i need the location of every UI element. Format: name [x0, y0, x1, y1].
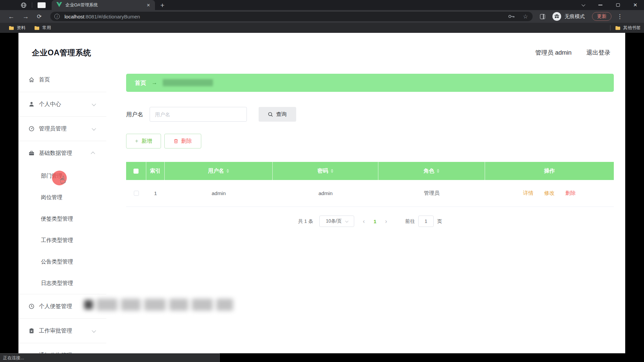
sidebar-item-label: 基础数据管理	[39, 149, 92, 157]
site-info-icon[interactable]: i	[54, 14, 60, 19]
sidebar-subitem-log-type[interactable]: 日志类型管理	[18, 273, 106, 294]
next-page-icon[interactable]: ›	[385, 218, 387, 225]
header-right: 管理员 admin 退出登录	[535, 49, 610, 57]
briefcase-icon	[29, 150, 35, 156]
table-row: 1 admin admin 管理员 详情 修改 删除	[126, 180, 614, 207]
sidebar-item-personal-center[interactable]: 个人中心	[18, 92, 106, 116]
page-size-value: 10条/页	[326, 218, 341, 224]
add-button-label: 新增	[141, 138, 152, 145]
select-all-checkbox[interactable]	[133, 169, 139, 174]
sidebar-subitem-label: 工作类型管理	[41, 237, 73, 244]
goto-page-input[interactable]	[418, 216, 434, 227]
pagination-total: 共 1 条	[298, 218, 313, 225]
sidebar-item-work-approval[interactable]: 工作审批管理	[18, 319, 106, 343]
restore-icon[interactable]	[609, 3, 627, 7]
cell-operations: 详情 修改 删除	[485, 180, 614, 206]
goto-label: 前往	[405, 218, 415, 225]
sidebar-subitem-post[interactable]: 岗位管理	[18, 187, 106, 208]
tab-close-icon[interactable]: ✕	[145, 3, 152, 8]
url-text[interactable]: localhost:8081/#/dictionaryBumen	[64, 14, 508, 19]
sidebar-subitem-label: 日志类型管理	[41, 280, 73, 287]
home-icon	[29, 77, 35, 83]
detail-link[interactable]: 详情	[523, 190, 534, 197]
browser-tab[interactable]: 企业OA管理系统 ✕	[52, 0, 155, 10]
browser-toolbar: ← → ⟳ i localhost:8081/#/dictionaryBumen…	[0, 10, 644, 23]
breadcrumb-current-blurred	[163, 79, 213, 86]
add-button[interactable]: + 新增	[126, 134, 161, 148]
username-search-input[interactable]	[150, 107, 247, 122]
search-section: 用户名 查询	[126, 107, 614, 122]
chevron-down-icon	[92, 126, 96, 130]
sidebar-item-admin-management[interactable]: 管理员管理	[18, 117, 106, 141]
select-all-cell[interactable]	[126, 162, 146, 180]
chevron-down-icon	[92, 328, 96, 333]
folder-icon	[34, 26, 40, 30]
pagination: 共 1 条 10条/页 ‹ 1 › 前往 页	[126, 216, 614, 227]
split-tab-icon[interactable]	[540, 14, 545, 19]
sort-icons[interactable]	[331, 168, 333, 174]
cell-password: admin	[273, 180, 378, 206]
folder-icon	[9, 26, 14, 30]
cell-index: 1	[146, 180, 165, 206]
sort-icons[interactable]	[226, 168, 229, 174]
page-size-select[interactable]: 10条/页	[319, 216, 354, 227]
logout-link[interactable]: 退出登录	[586, 49, 610, 57]
trash-icon	[174, 139, 178, 143]
sidebar-item-label: 首页	[39, 76, 95, 83]
sidebar-subitem-note-type[interactable]: 便签类型管理	[18, 208, 106, 230]
globe-icon[interactable]	[21, 2, 26, 8]
sidebar-subitem-department[interactable]: 部门管理 ☝	[18, 165, 106, 187]
row-checkbox[interactable]	[134, 191, 139, 196]
divider	[32, 2, 32, 8]
search-icon	[268, 112, 273, 117]
forward-icon[interactable]: →	[22, 13, 29, 20]
header-role[interactable]: 角色	[378, 162, 485, 180]
reload-icon[interactable]: ⟳	[37, 14, 42, 19]
user-icon	[29, 101, 35, 107]
clipboard-icon	[29, 328, 35, 334]
sidebar-item-home[interactable]: 首页	[18, 68, 106, 92]
header-label: 用户名	[208, 168, 224, 175]
header-password[interactable]: 密码	[273, 162, 378, 180]
sidebar-item-notice-management[interactable]: 通知公告管理	[18, 343, 106, 353]
header-username[interactable]: 用户名	[165, 162, 273, 180]
update-button[interactable]: 更新	[592, 12, 611, 21]
back-icon[interactable]: ←	[8, 13, 14, 20]
edit-link[interactable]: 修改	[544, 190, 555, 197]
delete-link[interactable]: 删除	[566, 190, 576, 197]
header-operation: 操作	[485, 162, 614, 180]
breadcrumb-home[interactable]: 首页	[135, 79, 146, 87]
header-label: 密码	[318, 168, 328, 175]
delete-button[interactable]: 删除	[164, 134, 201, 148]
url-path: :8081/#/dictionaryBumen	[84, 14, 140, 19]
divider	[610, 25, 610, 31]
sidebar-subitem-work-type[interactable]: 工作类型管理	[18, 230, 106, 251]
browser-menu-icon[interactable]: ⋮	[617, 13, 623, 20]
bookmark-folder-1[interactable]: 资料	[9, 25, 25, 31]
sidebar-subitem-label: 便签类型管理	[41, 216, 73, 223]
minimize-icon[interactable]	[592, 5, 609, 5]
incognito-indicator: 无痕模式	[552, 12, 585, 21]
address-bar[interactable]: i localhost:8081/#/dictionaryBumen ☆	[50, 12, 533, 21]
sidebar-item-base-data[interactable]: 基础数据管理	[18, 141, 106, 165]
goto-unit: 页	[437, 218, 442, 225]
row-select-cell[interactable]	[126, 180, 146, 206]
password-key-icon[interactable]	[508, 14, 515, 18]
status-text: 正在连接...	[3, 355, 24, 361]
sidebar-item-label: 个人中心	[39, 101, 92, 108]
white-square-icon[interactable]	[38, 2, 46, 8]
new-tab-button[interactable]: +	[160, 2, 164, 9]
clock-icon	[29, 303, 35, 309]
sidebar-subitem-notice-type[interactable]: 公告类型管理	[18, 251, 106, 273]
sidebar-item-label: 工作审批管理	[39, 327, 92, 335]
query-button[interactable]: 查询	[259, 107, 296, 122]
bookmark-folder-2[interactable]: 常用	[34, 25, 51, 31]
screen: 企业OA管理系统 ✕ + ✕ ← → ⟳ i localhost:8081/#/…	[0, 0, 644, 362]
prev-page-icon[interactable]: ‹	[363, 218, 365, 225]
close-icon[interactable]: ✕	[627, 2, 644, 8]
bookmark-star-icon[interactable]: ☆	[523, 13, 528, 20]
current-page[interactable]: 1	[374, 219, 376, 224]
other-bookmarks[interactable]: 其他书签	[610, 25, 641, 31]
sort-icons[interactable]	[437, 168, 439, 174]
window-menu-chevron-icon[interactable]	[574, 4, 592, 6]
